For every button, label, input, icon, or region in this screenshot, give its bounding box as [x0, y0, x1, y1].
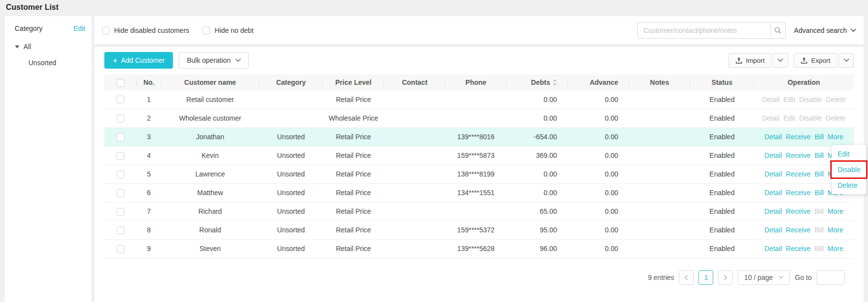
op-link-bill[interactable]: Bill: [815, 170, 824, 178]
hide-disabled-customers-checkbox[interactable]: Hide disabled customers: [102, 26, 189, 34]
op-link-bill[interactable]: Bill: [815, 151, 824, 159]
row-checkbox[interactable]: [117, 133, 124, 141]
import-dropdown-button[interactable]: [773, 53, 788, 68]
cell-advance: 0.00: [568, 109, 629, 127]
bulk-operation-button[interactable]: Bulk operation: [179, 52, 249, 69]
cell-status: Enabled: [690, 221, 754, 239]
category-edit-link[interactable]: Edit: [73, 25, 85, 32]
op-link-receive[interactable]: Receive: [786, 170, 811, 178]
pagination-next-button[interactable]: [718, 270, 733, 285]
search-input[interactable]: [637, 22, 771, 39]
row-checkbox[interactable]: [117, 96, 124, 103]
hide-no-debt-checkbox[interactable]: Hide no debt: [202, 26, 253, 34]
op-link-detail[interactable]: Detail: [765, 189, 782, 197]
export-button[interactable]: Export: [794, 53, 837, 68]
row-checkbox[interactable]: [117, 208, 124, 216]
op-link-receive[interactable]: Receive: [786, 189, 811, 197]
column-header-debts[interactable]: Debts: [506, 75, 568, 90]
cell-name: Retail customer: [161, 90, 259, 109]
cell-notes: [629, 146, 690, 165]
import-button[interactable]: Import: [728, 53, 772, 68]
export-dropdown-button[interactable]: [839, 53, 854, 68]
column-header-operation: Operation: [754, 75, 854, 90]
caret-down-icon: [15, 45, 20, 49]
category-item-unsorted[interactable]: Unsorted: [15, 59, 92, 67]
cell-price_level: Retail Price: [323, 221, 384, 239]
cell-operation: DetailReceiveBillMore: [754, 221, 854, 239]
row-checkbox[interactable]: [117, 115, 124, 123]
row-checkbox[interactable]: [117, 226, 124, 234]
cell-operation: DetailEditDisableDelete: [754, 90, 854, 109]
cell-select: [104, 183, 137, 202]
select-all-checkbox[interactable]: [117, 79, 124, 87]
cell-debts: 0.00: [506, 109, 568, 127]
cell-select: [104, 146, 137, 165]
cell-price_level: Wholesale Price: [323, 109, 384, 127]
cell-no: 9: [137, 239, 161, 258]
cell-select: [104, 202, 137, 221]
op-link-bill[interactable]: Bill: [815, 189, 824, 197]
cell-contact: [384, 202, 445, 221]
op-link-receive[interactable]: Receive: [786, 207, 811, 215]
op-link-detail[interactable]: Detail: [765, 226, 782, 234]
op-link-detail[interactable]: Detail: [765, 207, 782, 215]
advanced-search-toggle[interactable]: Advanced search: [794, 26, 856, 34]
op-link-more[interactable]: More: [828, 133, 844, 141]
checkbox-box[interactable]: [102, 26, 110, 34]
row-checkbox[interactable]: [117, 189, 124, 197]
cell-category: Unsorted: [259, 221, 323, 239]
cell-status: Enabled: [690, 183, 754, 202]
row-checkbox[interactable]: [117, 152, 124, 160]
title-bar: Customer List: [0, 0, 868, 15]
cell-no: 2: [137, 109, 161, 127]
op-link-receive[interactable]: Receive: [786, 226, 811, 234]
more-menu-item-disable[interactable]: Disable: [832, 162, 866, 177]
op-link-receive[interactable]: Receive: [786, 245, 811, 252]
cell-contact: [384, 127, 445, 146]
op-link-more[interactable]: More: [828, 207, 844, 215]
checkbox-box[interactable]: [202, 26, 210, 34]
more-menu-item-delete[interactable]: Delete: [832, 177, 866, 193]
pagination-prev-button[interactable]: [679, 270, 694, 285]
main-panel: + Add Customer Bulk operation Import: [95, 47, 864, 302]
cell-no: 5: [137, 165, 161, 183]
cell-debts: 65.00: [506, 202, 568, 221]
more-menu-item-edit[interactable]: Edit: [832, 146, 866, 162]
op-link-detail[interactable]: Detail: [765, 151, 782, 159]
chevron-down-icon: [844, 58, 849, 62]
plus-icon: +: [113, 56, 118, 65]
op-link-detail[interactable]: Detail: [765, 133, 782, 141]
op-link-more[interactable]: More: [828, 245, 844, 252]
row-checkbox[interactable]: [117, 245, 124, 253]
op-link-detail[interactable]: Detail: [765, 245, 782, 252]
page-size-select[interactable]: 10 / page: [738, 270, 790, 285]
op-link-receive[interactable]: Receive: [786, 133, 811, 141]
op-link-receive[interactable]: Receive: [786, 151, 811, 159]
cell-status: Enabled: [690, 127, 754, 146]
cell-select: [104, 127, 137, 146]
op-link-more[interactable]: More: [828, 226, 844, 234]
add-customer-button[interactable]: + Add Customer: [104, 52, 173, 69]
cell-debts: 369.00: [506, 146, 568, 165]
cell-name: Steven: [161, 239, 259, 258]
cell-no: 1: [137, 90, 161, 109]
pagination-page-1-button[interactable]: 1: [699, 270, 713, 285]
cell-category: [259, 109, 323, 127]
cell-select: [104, 90, 137, 109]
search-button[interactable]: [771, 22, 786, 39]
cell-status: Enabled: [690, 165, 754, 183]
cell-notes: [629, 165, 690, 183]
cell-price_level: Retail Price: [323, 239, 384, 258]
cell-status: Enabled: [690, 239, 754, 258]
goto-page-input[interactable]: [817, 270, 845, 285]
table-row: 3JonathanUnsortedRetail Price139****8016…: [104, 127, 854, 146]
column-header-status: Status: [690, 75, 754, 90]
import-split-button: Import: [728, 53, 788, 68]
op-link-bill[interactable]: Bill: [815, 133, 824, 141]
table-row: 1Retail customerRetail Price0.000.00Enab…: [104, 90, 854, 109]
op-link-detail[interactable]: Detail: [765, 170, 782, 178]
filter-checkboxes: Hide disabled customersHide no debt: [102, 26, 254, 34]
category-item-all[interactable]: All: [15, 43, 92, 50]
column-label: Contact: [402, 78, 427, 86]
row-checkbox[interactable]: [117, 171, 124, 178]
